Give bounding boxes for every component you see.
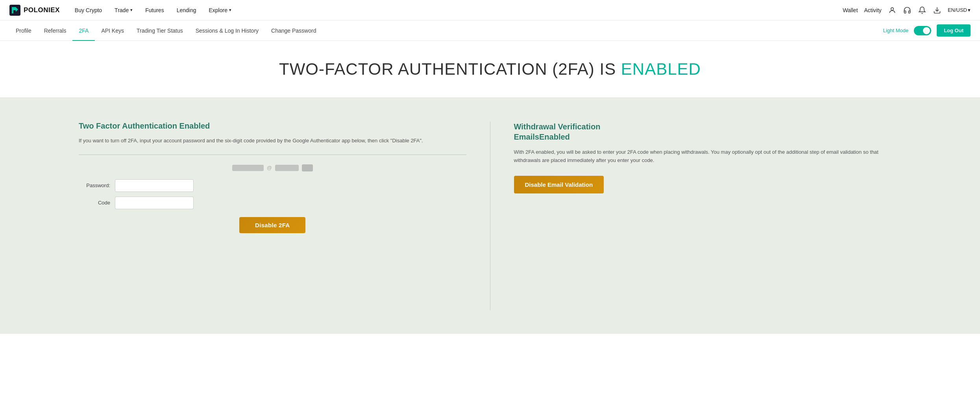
subnav-trading-tier[interactable]: Trading Tier Status <box>130 20 189 41</box>
nav-explore[interactable]: Explore <box>203 0 237 20</box>
disable-2fa-button[interactable]: Disable 2FA <box>239 217 305 233</box>
nav-lending[interactable]: Lending <box>171 0 202 20</box>
page-title: TWO-FACTOR AUTHENTICATION (2FA) IS ENABL… <box>9 60 971 79</box>
left-panel-title: Two Factor Authentication Enabled <box>79 122 466 131</box>
light-mode-toggle[interactable] <box>914 26 931 35</box>
currency-selector[interactable]: EN/USD ▾ <box>948 7 971 13</box>
brand-name: POLONIEX <box>24 6 60 14</box>
nav-activity[interactable]: Activity <box>864 7 882 13</box>
email-row: @ <box>79 164 466 171</box>
left-panel: Two Factor Authentication Enabled If you… <box>79 122 490 310</box>
withdrawal-title: Withdrawal Verification EmailsEnabled <box>514 122 902 142</box>
main-content: Two Factor Authentication Enabled If you… <box>0 98 980 334</box>
light-mode-label[interactable]: Light Mode <box>883 28 908 33</box>
bell-icon[interactable] <box>918 6 926 15</box>
logo-icon <box>9 5 20 16</box>
main-nav-links: Buy Crypto Trade Futures Lending Explore <box>69 0 843 20</box>
password-label: Password: <box>79 182 110 188</box>
nav-wallet[interactable]: Wallet <box>843 7 858 13</box>
toggle-knob <box>923 27 930 34</box>
email-blur-part1 <box>232 165 264 171</box>
subnav-api-keys[interactable]: API Keys <box>95 20 130 41</box>
email-blur-icon <box>302 164 313 171</box>
svg-point-3 <box>891 7 894 10</box>
nav-futures[interactable]: Futures <box>140 0 169 20</box>
subnav-referrals[interactable]: Referrals <box>38 20 73 41</box>
subnav-2fa[interactable]: 2FA <box>72 20 95 41</box>
logo[interactable]: POLONIEX <box>9 5 60 16</box>
sub-nav: Profile Referrals 2FA API Keys Trading T… <box>0 20 980 41</box>
disable-email-button[interactable]: Disable Email Validation <box>514 176 604 193</box>
right-panel: Withdrawal Verification EmailsEnabled Wi… <box>490 122 902 310</box>
nav-right: Wallet Activity EN/USD ▾ <box>843 6 971 15</box>
nav-trade[interactable]: Trade <box>109 0 138 20</box>
code-label: Code <box>79 200 110 206</box>
subnav-sessions[interactable]: Sessions & Log In History <box>189 20 265 41</box>
download-icon[interactable] <box>933 6 941 15</box>
divider <box>79 155 466 155</box>
subnav-change-password[interactable]: Change Password <box>265 20 322 41</box>
logout-button[interactable]: Log Out <box>937 24 971 37</box>
headset-icon[interactable] <box>903 6 912 15</box>
hero-section: TWO-FACTOR AUTHENTICATION (2FA) IS ENABL… <box>0 41 980 98</box>
withdrawal-description: With 2FA enabled, you will be asked to e… <box>514 148 902 165</box>
left-panel-description: If you want to turn off 2FA, input your … <box>79 137 466 145</box>
user-icon[interactable] <box>888 6 897 15</box>
password-input[interactable] <box>115 179 194 192</box>
code-input[interactable] <box>115 197 194 209</box>
top-nav: POLONIEX Buy Crypto Trade Futures Lendin… <box>0 0 980 20</box>
svg-marker-2 <box>13 10 16 12</box>
subnav-profile[interactable]: Profile <box>9 20 38 41</box>
nav-buy-crypto[interactable]: Buy Crypto <box>69 0 107 20</box>
sub-nav-right: Light Mode Log Out <box>883 24 971 37</box>
code-row: Code <box>79 197 466 209</box>
email-blur-part2 <box>275 165 299 171</box>
password-row: Password: <box>79 179 466 192</box>
